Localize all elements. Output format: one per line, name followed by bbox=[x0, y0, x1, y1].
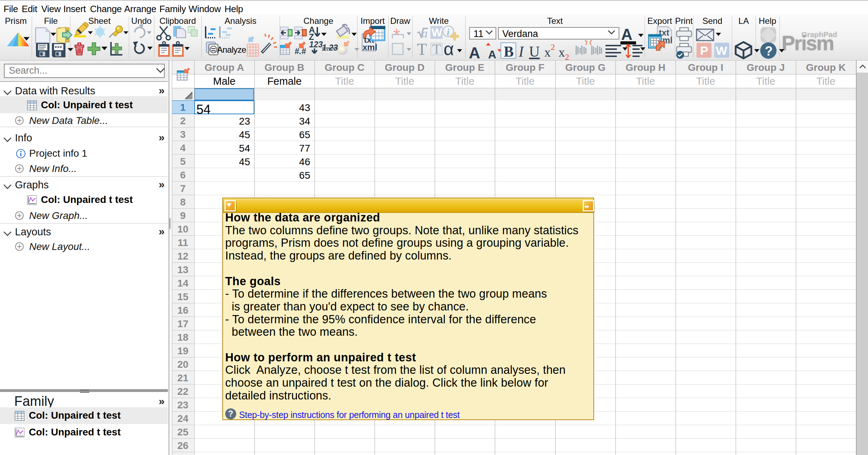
svg-text:W: W bbox=[716, 44, 727, 57]
svg-text:α: α bbox=[444, 39, 454, 59]
svg-text:x: x bbox=[559, 45, 565, 59]
svg-text:I: I bbox=[518, 43, 524, 60]
svg-text:123: 123 bbox=[309, 40, 323, 49]
svg-text:W: W bbox=[432, 26, 443, 39]
svg-text:1.23: 1.23 bbox=[322, 43, 338, 52]
svg-text:?: ? bbox=[765, 44, 773, 58]
svg-text:T: T bbox=[417, 40, 427, 58]
svg-text:i: i bbox=[447, 27, 450, 37]
svg-text:P: P bbox=[700, 44, 708, 57]
svg-text:B: B bbox=[504, 43, 514, 60]
svg-text:2: 2 bbox=[551, 42, 555, 52]
svg-text:A: A bbox=[488, 48, 496, 61]
svg-text:A: A bbox=[469, 44, 480, 61]
svg-text:A: A bbox=[621, 26, 633, 43]
svg-text:U: U bbox=[529, 43, 540, 60]
svg-text:2: 2 bbox=[565, 52, 569, 61]
svg-text:T: T bbox=[432, 41, 441, 57]
svg-text:xml: xml bbox=[362, 42, 377, 52]
svg-text:x: x bbox=[544, 45, 551, 59]
svg-text:a: a bbox=[422, 27, 428, 40]
svg-text:*: * bbox=[393, 25, 400, 46]
svg-text:Analyze: Analyze bbox=[217, 45, 246, 54]
